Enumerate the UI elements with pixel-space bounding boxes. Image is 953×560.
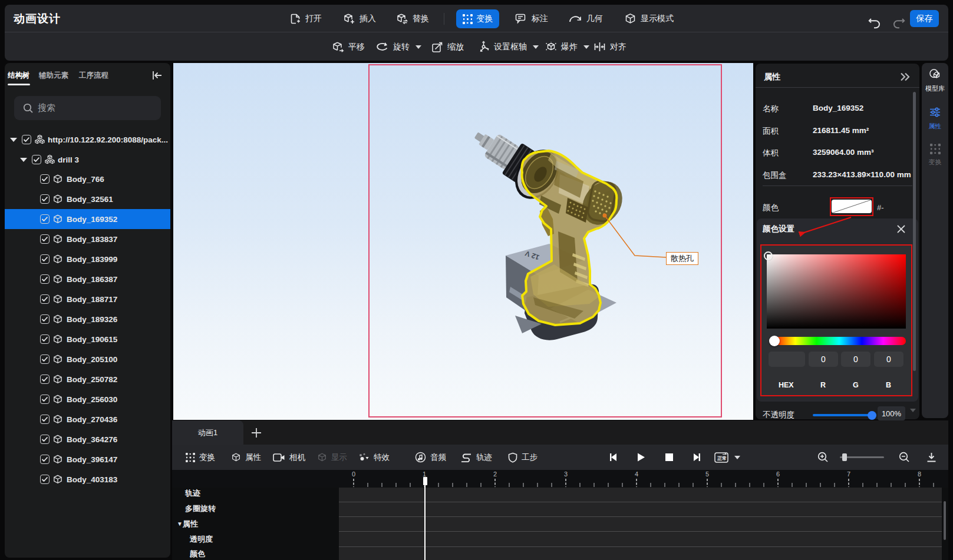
svg-text:5: 5 bbox=[705, 470, 709, 478]
svg-text:4: 4 bbox=[635, 470, 638, 478]
svg-text:正常: 正常 bbox=[717, 456, 727, 461]
svg-text:3: 3 bbox=[564, 470, 568, 478]
svg-text:2: 2 bbox=[493, 470, 497, 478]
svg-text:6: 6 bbox=[776, 470, 780, 478]
svg-text:8: 8 bbox=[918, 470, 921, 478]
svg-text:0: 0 bbox=[352, 470, 355, 478]
svg-text:7: 7 bbox=[847, 470, 850, 478]
